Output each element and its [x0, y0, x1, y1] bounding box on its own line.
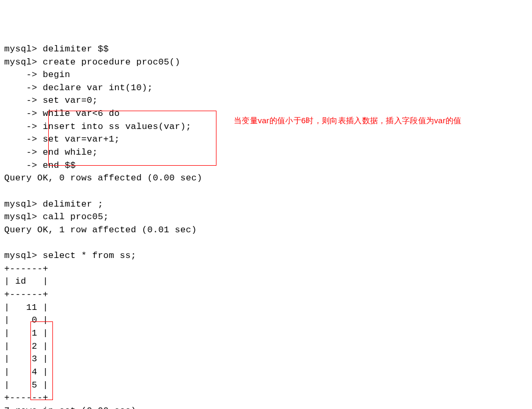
terminal-line: | 1 |	[4, 328, 48, 338]
annotation-text: 当变量var的值小于6时，则向表插入数据，插入字段值为var的值	[234, 115, 462, 126]
terminal-line: Query OK, 1 row affected (0.01 sec)	[4, 225, 197, 235]
terminal-line: mysql> call proc05;	[4, 212, 109, 222]
terminal-line: -> set var=0;	[4, 95, 98, 105]
terminal-line: | 0 |	[4, 315, 48, 325]
terminal-line: mysql> delimiter ;	[4, 199, 103, 209]
terminal-line: -> set var=var+1;	[4, 134, 120, 144]
terminal-line: +------+	[4, 264, 48, 274]
terminal-line: | 2 |	[4, 341, 48, 351]
terminal-line: mysql> create procedure proc05()	[4, 57, 180, 67]
terminal-line: | 4 |	[4, 367, 48, 377]
terminal-line: -> declare var int(10);	[4, 83, 153, 93]
terminal-line: -> begin	[4, 70, 70, 80]
terminal-line: | 11 |	[4, 303, 48, 313]
terminal-line: | 3 |	[4, 354, 48, 364]
terminal-line: -> insert into ss values(var);	[4, 122, 191, 132]
terminal-line: -> end $$	[4, 160, 76, 170]
terminal-line: | 5 |	[4, 380, 48, 390]
terminal-line: mysql> select * from ss;	[4, 251, 136, 261]
terminal-line: mysql> delimiter $$	[4, 44, 109, 54]
terminal-line: Query OK, 0 rows affected (0.00 sec)	[4, 173, 202, 183]
terminal-line: +------+	[4, 289, 48, 299]
terminal-output: mysql> delimiter $$ mysql> create proced…	[4, 43, 528, 409]
terminal-line: -> end while;	[4, 147, 98, 157]
terminal-line: -> while var<6 do	[4, 109, 120, 119]
terminal-line: +------+	[4, 393, 48, 403]
terminal-line: | id |	[4, 276, 48, 286]
terminal-line: 7 rows in set (0.00 sec)	[4, 406, 136, 409]
